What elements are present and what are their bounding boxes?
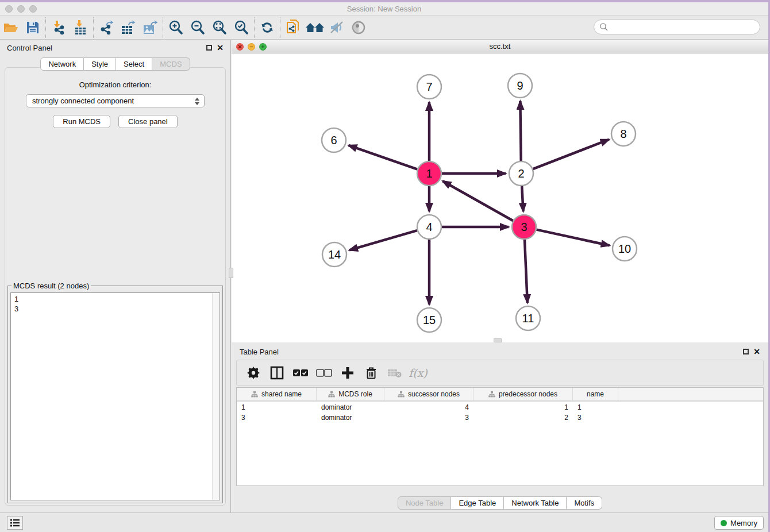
mcds-result-scrollbar[interactable]	[212, 293, 220, 500]
edge-1-6[interactable]	[348, 145, 417, 169]
column-header-shared-name[interactable]: shared name	[237, 388, 317, 400]
add-row-button[interactable]	[337, 363, 358, 383]
zoom-in-button[interactable]	[165, 18, 187, 37]
column-header-MCDS-role[interactable]: MCDS role	[317, 388, 384, 400]
close-window-button[interactable]	[5, 5, 13, 13]
import-network-button[interactable]	[48, 18, 70, 37]
edge-3-1[interactable]	[443, 181, 513, 221]
network-view-window: ✕ – + scc.txt 7968124314101511	[232, 40, 768, 342]
cell-successor-nodes[interactable]: 3	[384, 413, 473, 422]
cell-name[interactable]: 1	[573, 403, 618, 412]
cell-name[interactable]: 3	[573, 413, 618, 422]
zoom-in-icon	[168, 20, 184, 36]
node-table[interactable]: shared nameMCDS rolesuccessor nodesprede…	[236, 387, 764, 486]
graph-node-11[interactable]: 11	[516, 306, 540, 330]
zoom-selected-button[interactable]	[230, 18, 252, 37]
table-row[interactable]: 1dominator411	[237, 403, 763, 412]
cell-shared-name[interactable]: 1	[237, 403, 317, 412]
float-panel-icon[interactable]	[743, 349, 749, 354]
column-layout-button[interactable]	[266, 363, 287, 383]
column-header-name[interactable]: name	[573, 388, 618, 400]
tab-select[interactable]: Select	[116, 57, 152, 71]
zoom-fit-button[interactable]	[209, 18, 230, 37]
open-session-button[interactable]	[0, 18, 22, 37]
network-hscroll-handle[interactable]	[494, 338, 502, 342]
home-button[interactable]	[304, 18, 326, 37]
minimize-window-button[interactable]	[17, 5, 25, 13]
tab-node-table[interactable]: Node Table	[398, 496, 452, 510]
tab-edge-table[interactable]: Edge Table	[451, 496, 504, 510]
announcement-off-button[interactable]	[326, 18, 348, 37]
column-header-predecessor-nodes[interactable]: predecessor nodes	[473, 388, 573, 400]
import-table-button[interactable]	[70, 18, 91, 37]
column-header-successor-nodes[interactable]: successor nodes	[384, 388, 473, 400]
graph-node-1[interactable]: 1	[417, 161, 441, 186]
cell-predecessor-nodes[interactable]: 1	[473, 403, 573, 412]
delete-table-button[interactable]	[384, 363, 405, 383]
panel-splitter-handle[interactable]	[229, 268, 233, 278]
network-graph[interactable]: 7968124314101511	[232, 53, 768, 342]
network-maximize-button[interactable]: +	[259, 43, 267, 51]
edge-2-8[interactable]	[533, 140, 609, 169]
cell-shared-name[interactable]: 3	[237, 413, 317, 422]
share-document-button[interactable]	[282, 18, 304, 37]
cell-successor-nodes[interactable]: 4	[384, 403, 473, 412]
float-panel-icon[interactable]	[206, 45, 212, 51]
tab-mcds[interactable]: MCDS	[152, 57, 190, 71]
graph-node-8[interactable]: 8	[611, 122, 636, 146]
save-session-button[interactable]	[22, 18, 44, 37]
graph-node-15[interactable]: 15	[417, 308, 441, 332]
mcds-result-line: 1	[14, 294, 216, 304]
close-panel-icon[interactable]: ✕	[753, 348, 760, 356]
deselect-all-button[interactable]	[313, 363, 334, 383]
graph-node-10[interactable]: 10	[613, 237, 637, 261]
zoom-out-button[interactable]	[187, 18, 209, 37]
function-builder-button[interactable]: f(x)	[407, 363, 429, 383]
edge-3-10[interactable]	[536, 230, 609, 246]
cell-predecessor-nodes[interactable]: 2	[473, 413, 573, 422]
tab-network-table[interactable]: Network Table	[504, 496, 567, 510]
network-minimize-button[interactable]: –	[248, 43, 255, 51]
select-all-button[interactable]	[290, 363, 311, 383]
refresh-button[interactable]	[256, 18, 278, 37]
export-image-button[interactable]	[139, 18, 161, 37]
graph-node-7[interactable]: 7	[417, 75, 441, 99]
table-toolbar: f(x)	[236, 360, 764, 386]
close-panel-button[interactable]: Close panel	[118, 115, 178, 128]
edge-4-14[interactable]	[349, 230, 417, 250]
edge-3-11[interactable]	[525, 240, 528, 303]
graph-node-9[interactable]: 9	[508, 74, 532, 98]
svg-text:14: 14	[328, 248, 341, 261]
tab-style[interactable]: Style	[84, 57, 116, 71]
mcds-result-text[interactable]: 13	[10, 292, 220, 500]
close-panel-icon[interactable]: ✕	[217, 44, 224, 52]
search-input[interactable]	[594, 20, 760, 34]
optimization-criterion-label: Optimization criterion:	[5, 80, 225, 89]
export-table-button[interactable]	[117, 18, 139, 37]
table-settings-button[interactable]	[242, 363, 264, 383]
graph-node-4[interactable]: 4	[417, 215, 441, 239]
task-history-button[interactable]	[7, 516, 23, 530]
edge-2-3[interactable]	[522, 186, 523, 211]
network-canvas[interactable]: 7968124314101511	[232, 53, 768, 342]
cell-MCDS-role[interactable]: dominator	[317, 403, 384, 412]
cell-MCDS-role[interactable]: dominator	[317, 413, 384, 422]
import-table-icon	[73, 20, 88, 36]
graph-node-2[interactable]: 2	[509, 161, 533, 186]
svg-text:11: 11	[522, 312, 534, 325]
maximize-window-button[interactable]	[29, 5, 37, 13]
graph-node-14[interactable]: 14	[322, 242, 346, 267]
graph-node-3[interactable]: 3	[512, 215, 536, 239]
criterion-select[interactable]: strongly connected component	[26, 94, 205, 107]
table-row[interactable]: 3dominator323	[237, 413, 763, 422]
export-network-button[interactable]	[95, 18, 117, 37]
tab-network[interactable]: Network	[40, 57, 84, 71]
network-close-button[interactable]: ✕	[236, 43, 244, 51]
run-mcds-button[interactable]: Run MCDS	[53, 115, 110, 128]
edge-2-9[interactable]	[520, 101, 521, 161]
memory-button[interactable]: Memory	[714, 516, 764, 530]
delete-row-button[interactable]	[360, 363, 382, 383]
graph-node-6[interactable]: 6	[322, 128, 346, 152]
eye-button[interactable]	[348, 18, 369, 37]
tab-motifs[interactable]: Motifs	[567, 496, 602, 510]
